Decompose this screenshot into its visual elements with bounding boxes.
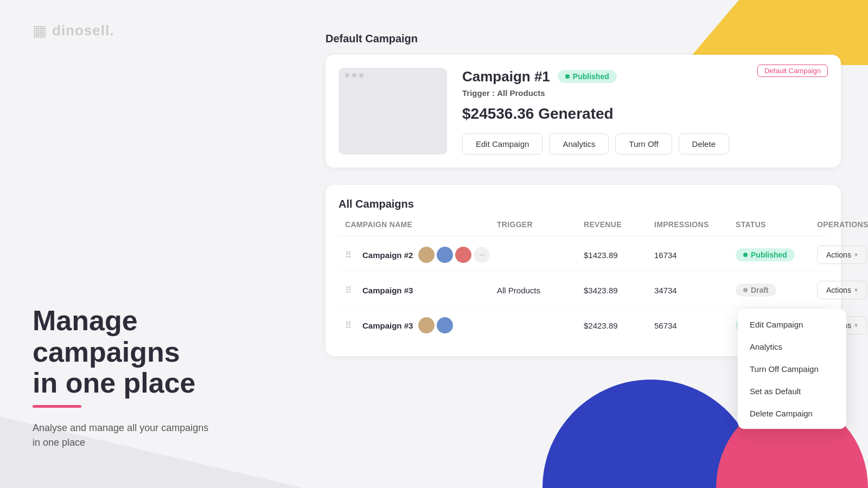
row2-name: Campaign #3 <box>362 286 413 295</box>
row1-status-label: Published <box>751 251 787 259</box>
header-status: Status <box>736 220 817 229</box>
row1-revenue: $1423.89 <box>584 251 654 260</box>
avatar-2 <box>437 247 453 263</box>
status-label: Published <box>573 72 609 81</box>
header-revenue: Revenue <box>584 220 654 229</box>
row2-operations: Actions ▾ <box>817 281 867 299</box>
drag-handle[interactable]: ⠿ <box>345 320 352 331</box>
default-campaign-card: Campaign #1 Published Trigger : All Prod… <box>326 55 841 168</box>
row2-status-dot <box>743 288 748 292</box>
default-campaign-title: Default Campaign <box>326 33 841 45</box>
drag-handle[interactable]: ⠿ <box>345 250 352 260</box>
row3-name: Campaign #3 <box>362 321 413 330</box>
header-campaign-name: Campaign Name <box>345 220 497 229</box>
delete-button[interactable]: Delete <box>679 133 729 155</box>
campaign-info: Campaign #1 Published Trigger : All Prod… <box>462 68 828 155</box>
dropdown-turn-off-campaign[interactable]: Turn Off Campaign <box>738 358 846 380</box>
actions-dropdown-menu: Edit Campaign Analytics Turn Off Campaig… <box>738 309 846 429</box>
default-badge: Default Campaign <box>757 65 828 77</box>
chevron-down-icon: ▾ <box>854 322 858 329</box>
header-operations: Operations <box>817 220 868 229</box>
analytics-button[interactable]: Analytics <box>549 133 609 155</box>
row1-status-dot <box>743 253 748 257</box>
row3-revenue: $2423.89 <box>584 321 654 330</box>
row1-status: Published <box>736 248 817 261</box>
actions-dropdown-2[interactable]: Actions ▾ <box>817 281 867 299</box>
drag-handle[interactable]: ⠿ <box>345 285 352 296</box>
dropdown-analytics[interactable]: Analytics <box>738 336 846 358</box>
left-panel: ▦ dinosell. Manage campaigns in one plac… <box>0 0 304 488</box>
header-impressions: Impressions <box>654 220 736 229</box>
all-campaigns-title: All Campaigns <box>339 198 828 210</box>
default-campaign-section: Default Campaign Campaign #1 Published <box>326 33 841 168</box>
main-content: Default Campaign Campaign #1 Published <box>304 0 868 488</box>
avatar-more: ··· <box>474 247 490 263</box>
row2-status-label: Draft <box>751 286 769 294</box>
edit-campaign-button[interactable]: Edit Campaign <box>462 133 542 155</box>
table-row: ⠿ Campaign #2 ··· $1423.89 16734 Publish… <box>339 238 828 272</box>
row3-impressions: 56734 <box>654 321 736 330</box>
thumbnail-dots <box>345 73 363 78</box>
row1-avatars: ··· <box>418 247 490 263</box>
hero-underline <box>33 405 81 408</box>
row2-status: Draft <box>736 284 817 297</box>
avatar-5 <box>437 317 453 333</box>
row2-impressions: 34734 <box>654 286 736 295</box>
chevron-down-icon: ▾ <box>854 286 858 294</box>
table-row: ⠿ Campaign #3 All Products $3423.89 3473… <box>339 273 828 307</box>
actions-dropdown-1[interactable]: Actions ▾ <box>817 246 867 264</box>
dropdown-set-as-default[interactable]: Set as Default <box>738 380 846 402</box>
dropdown-delete-campaign[interactable]: Delete Campaign <box>738 402 846 425</box>
table-header: Campaign Name Trigger Revenue Impression… <box>339 220 828 236</box>
row1-name: Campaign #2 <box>362 251 413 260</box>
revenue-text: $24536.36 Generated <box>462 105 828 123</box>
dot2 <box>352 73 356 78</box>
hero-subtitle: Analyse and manage all your campaigns in… <box>33 421 217 450</box>
row3-avatars <box>418 317 453 333</box>
campaign-name: Campaign #1 <box>462 68 550 85</box>
hero-title: Manage campaigns in one place <box>33 305 271 399</box>
status-dot-green <box>565 74 570 79</box>
hero-section: Manage campaigns in one place Analyse an… <box>33 305 271 450</box>
avatar-3 <box>455 247 471 263</box>
trigger-text: Trigger : All Products <box>462 88 828 98</box>
row2-revenue: $3423.89 <box>584 286 654 295</box>
dropdown-edit-campaign[interactable]: Edit Campaign <box>738 313 846 336</box>
logo-text: dinosell. <box>52 22 114 39</box>
logo: ▦ dinosell. <box>33 22 271 40</box>
logo-icon: ▦ <box>33 22 47 40</box>
row1-name-cell: ⠿ Campaign #2 ··· <box>345 247 497 263</box>
avatar-4 <box>418 317 435 333</box>
status-badge-published: Published <box>558 70 617 83</box>
row2-trigger: All Products <box>497 286 584 295</box>
row3-name-cell: ⠿ Campaign #3 <box>345 317 497 333</box>
avatar-1 <box>418 247 435 263</box>
row1-operations: Actions ▾ <box>817 246 867 264</box>
row2-name-cell: ⠿ Campaign #3 <box>345 285 497 296</box>
row1-impressions: 16734 <box>654 251 736 260</box>
dot1 <box>345 73 349 78</box>
turn-off-button[interactable]: Turn Off <box>615 133 672 155</box>
action-buttons: Edit Campaign Analytics Turn Off Delete <box>462 133 828 155</box>
campaign-thumbnail <box>339 68 447 155</box>
header-trigger: Trigger <box>497 220 584 229</box>
dot3 <box>359 73 363 78</box>
chevron-down-icon: ▾ <box>854 251 858 259</box>
